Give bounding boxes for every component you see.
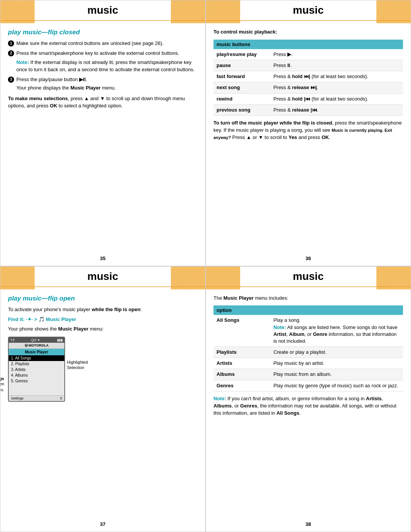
bottom-text-35: To make menu selections, press ▲ and ▼ t…: [8, 95, 198, 110]
page-35: music play music—flip closed 1 Make sure…: [0, 0, 206, 266]
page-36: music To control music playback: music b…: [206, 0, 411, 266]
intro-38: The Music Player menu includes:: [213, 295, 403, 302]
step-3: 3 Press the play/pause button ▶II. Your …: [8, 76, 198, 91]
phone-mockup: T.ll QO ✦ ▮▮▮ Ⓜ MOTOROLA Music Player 1.…: [8, 337, 65, 402]
option-desc: Play a song. Note: All songs are listed …: [270, 315, 403, 347]
option-desc: Create or play a playlist.: [270, 347, 403, 358]
page-37-title: music: [88, 270, 118, 283]
phone-menu-item-3: 3. Artists: [9, 367, 64, 372]
step-1-num: 1: [8, 40, 14, 46]
action-cell: next song: [213, 82, 270, 93]
page-36-header: music: [206, 0, 411, 19]
step-3-subtext: Your phone displays the Music Player men…: [16, 85, 116, 91]
step-2-num: 2: [8, 50, 14, 56]
table-row-albums: Albums Play music from an album.: [213, 369, 403, 380]
turn-off-text: To turn off the music player while the f…: [213, 120, 403, 141]
music-buttons-table: music buttons play/resume play Press ▶. …: [213, 40, 403, 116]
table-row: rewind Press & hold |⏮ (for at least two…: [213, 93, 403, 104]
step-3-num: 3: [8, 77, 14, 83]
page-num-35: 35: [0, 252, 205, 266]
table-row: previous song Press & release |⏮.: [213, 104, 403, 115]
options-table: option All Songs Play a song. Note: All …: [213, 305, 403, 391]
page-38-content: The Music Player menu includes: option A…: [206, 290, 411, 518]
intro-37: To activate your phone's music player wh…: [8, 306, 198, 313]
step-2-note: Note: If the external display is not alr…: [16, 59, 198, 73]
desc-cell: Press & hold |⏮ (for at least two second…: [270, 93, 403, 104]
option-name: Genres: [213, 380, 270, 391]
page-37-header: music: [0, 267, 205, 285]
page-grid: music play music—flip closed 1 Make sure…: [0, 0, 411, 532]
table-row-allsongs: All Songs Play a song. Note: All songs a…: [213, 315, 403, 347]
header-pattern-left-36: [206, 0, 240, 23]
page-38-title: music: [293, 270, 324, 283]
page-35-content: play music—flip closed 1 Make sure the e…: [0, 24, 205, 252]
option-name: All Songs: [213, 315, 270, 347]
page-38-header: music: [206, 267, 411, 285]
page-35-title: music: [88, 4, 118, 16]
step-1: 1 Make sure the external control buttons…: [8, 40, 198, 47]
page-num-38: 38: [206, 518, 411, 532]
table-row: fast forward Press & hold ⏭| (for at lea…: [213, 71, 403, 82]
desc-cell: Press & release ⏭|.: [270, 82, 403, 93]
action-cell: pause: [213, 60, 270, 71]
phone-mockup-container: T.ll QO ✦ ▮▮▮ Ⓜ MOTOROLA Music Player 1.…: [8, 337, 198, 402]
phone-bottom-bar: Settings II: [9, 395, 64, 401]
bottom-note-38: Note: If you can't find artist, album, o…: [213, 395, 403, 417]
action-cell: fast forward: [213, 71, 270, 82]
page-36-content: To control music playback: music buttons…: [206, 24, 411, 252]
phone-status-bar: T.ll QO ✦ ▮▮▮: [9, 337, 64, 343]
desc-cell: Press & release |⏮.: [270, 104, 403, 115]
phone-brand: Ⓜ MOTOROLA: [9, 343, 64, 349]
header-pattern-right-36: [376, 0, 411, 23]
phone-menu-item-1: 1. All Songs: [9, 355, 64, 361]
desc-cell: Press II.: [270, 60, 403, 71]
action-cell: rewind: [213, 93, 270, 104]
table-row-artists: Artists Play music by an artist.: [213, 358, 403, 369]
page-36-title: music: [293, 4, 324, 16]
option-desc: Play music by genre (type of music) such…: [270, 380, 403, 391]
table-row-genres: Genres Play music by genre (type of musi…: [213, 380, 403, 391]
option-name: Artists: [213, 358, 270, 369]
page-num-37: 37: [0, 518, 205, 532]
step-2-text: Press the smart/speakerphone key to acti…: [16, 50, 179, 57]
action-cell: previous song: [213, 104, 270, 115]
header-pattern-left-38: [206, 267, 240, 289]
header-pattern-left: [0, 0, 35, 23]
table-header: music buttons: [213, 40, 403, 49]
page-num-36: 36: [206, 252, 411, 266]
option-desc: Play music from an album.: [270, 369, 403, 380]
desc-cell: Press & hold ⏭| (for at least two second…: [270, 71, 403, 82]
phone-menu-item-5: 5. Genres: [9, 378, 64, 384]
page-37-content: play music—flip open To activate your ph…: [0, 290, 205, 518]
options-table-header: option: [213, 305, 403, 315]
page-37: music play music—flip open To activate y…: [0, 266, 206, 532]
table-row-playlists: Playlists Create or play a playlist.: [213, 347, 403, 358]
step-2: 2 Press the smart/speakerphone key to ac…: [8, 50, 198, 73]
table-row: pause Press II.: [213, 60, 403, 71]
control-label: To control music playback:: [213, 29, 403, 36]
header-pattern-right-38: [376, 267, 411, 289]
section-heading-35: play music—flip closed: [8, 29, 198, 36]
phone-area: T.ll QO ✦ ▮▮▮ Ⓜ MOTOROLA Music Player 1.…: [8, 337, 65, 402]
settings-annotation: Press Settingsto openSettings menu.: [0, 376, 4, 392]
desc-cell: Press ▶.: [270, 49, 403, 60]
header-pattern-right-37: [171, 267, 205, 289]
phone-menu-item-2: 2. Playlists: [9, 361, 64, 367]
option-name: Playlists: [213, 347, 270, 358]
header-pattern-left-37: [0, 267, 35, 289]
action-cell: play/resume play: [213, 49, 270, 60]
step-3-text: Press the play/pause button ▶II.: [16, 76, 87, 83]
find-it: Find it: ·✦· > 🎵 Music Player: [8, 316, 198, 323]
step-1-text: Make sure the external control buttons a…: [16, 40, 164, 47]
phone-menu-item-4: 4. Albums: [9, 372, 64, 378]
page-38: music The Music Player menu includes: op…: [206, 266, 411, 532]
header-pattern-right: [171, 0, 205, 23]
table-row: next song Press & release ⏭|.: [213, 82, 403, 93]
option-name: Albums: [213, 369, 270, 380]
section-heading-37: play music—flip open: [8, 295, 198, 302]
page-35-header: music: [0, 0, 205, 19]
phone-shows: Your phone shows the Music Player menu:: [8, 326, 198, 333]
steps-list: 1 Make sure the external control buttons…: [8, 40, 198, 91]
option-desc: Play music by an artist.: [270, 358, 403, 369]
phone-annotation: HighlightedSelection: [67, 359, 99, 371]
